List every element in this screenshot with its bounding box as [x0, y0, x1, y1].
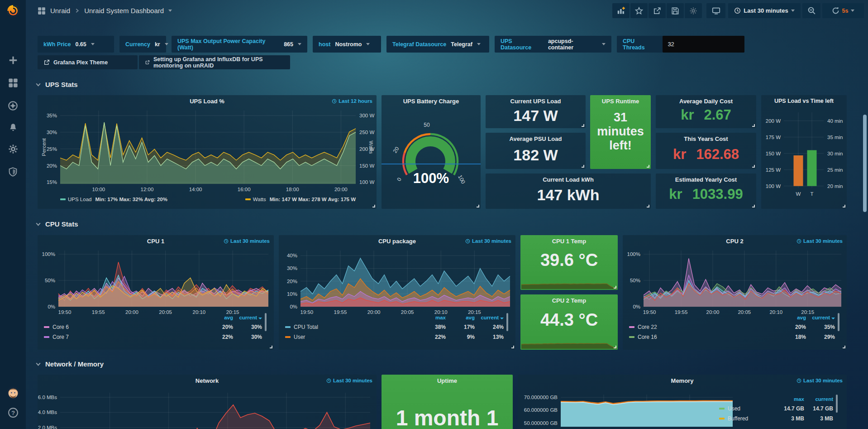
row-header-ups-stats[interactable]: UPS Stats	[35, 81, 78, 88]
legend-row: Core 722%30%	[44, 332, 262, 342]
panel-resize-handle[interactable]	[511, 346, 514, 348]
panel-title[interactable]: UPS Runtime	[590, 98, 651, 105]
explore-icon[interactable]	[0, 99, 26, 112]
add-panel-button[interactable]	[612, 3, 630, 18]
link-ups-monitoring-guide[interactable]: Setting up Grafana and InfluxDB for UPS …	[139, 55, 290, 69]
zoom-out-button[interactable]	[802, 3, 820, 18]
refresh-interval-label: 5s	[842, 8, 849, 14]
legend-col-current[interactable]: current	[804, 396, 833, 402]
panel-uptime: Uptime 1 month 1	[382, 375, 513, 429]
panel-resize-handle[interactable]	[752, 205, 755, 207]
panel-title[interactable]: Uptime	[382, 377, 513, 384]
legend-col-avg[interactable]: avg	[777, 315, 806, 320]
chevron-right-icon	[75, 8, 80, 13]
stat-value: 39.6 °C	[520, 251, 618, 270]
legend-series-name[interactable]: Used	[719, 405, 775, 412]
panel-title[interactable]: CPU 2 Temp	[520, 297, 618, 304]
legend-col-avg[interactable]: avg	[446, 315, 475, 320]
page-title[interactable]: Unraid System Dashboard	[84, 7, 164, 14]
grafana-logo-icon[interactable]	[0, 3, 26, 19]
legend-col-current[interactable]: current	[233, 315, 262, 320]
legend-series-name[interactable]: Core 22	[629, 324, 777, 330]
legend-series-name[interactable]: Buffered	[719, 415, 775, 422]
cpu-threads-input[interactable]: 32	[663, 36, 744, 53]
panel-title[interactable]: Average Daily Cost	[656, 98, 756, 105]
legend-col-current[interactable]: current	[806, 315, 835, 320]
server-admin-shield-icon[interactable]	[0, 165, 26, 178]
user-avatar[interactable]	[0, 385, 26, 400]
panel-resize-handle[interactable]	[843, 346, 845, 348]
save-button[interactable]	[667, 3, 684, 18]
chart-legend: avgcurrentCore 2220%35%Core 1618%29%	[629, 313, 835, 342]
add-icon[interactable]	[0, 53, 26, 67]
chart-legend: avgcurrentCore 620%30%Core 722%30%	[44, 313, 262, 342]
help-icon[interactable]: ?	[0, 406, 26, 419]
star-button[interactable]	[630, 3, 648, 18]
panel-resize-handle[interactable]	[582, 124, 584, 127]
variable-ups-max-output[interactable]: UPS Max Output Power Capacity (Watt)865	[172, 36, 307, 53]
panel-title[interactable]: Average PSU Load	[486, 135, 586, 142]
variable-kwh-price[interactable]: kWh Price0.65	[38, 36, 114, 53]
panel-current-ups-load: Current UPS Load 147 W	[486, 95, 586, 128]
panel-resize-handle[interactable]	[752, 165, 755, 168]
panel-resize-handle[interactable]	[752, 124, 755, 127]
panel-resize-handle[interactable]	[270, 346, 272, 348]
panel-title[interactable]: Current Load kWh	[486, 176, 651, 183]
panel-average-psu-load: Average PSU Load 182 W	[486, 133, 586, 169]
share-button[interactable]	[649, 3, 666, 18]
panel-resize-handle[interactable]	[647, 165, 649, 168]
time-range-label: Last 30 minutes	[744, 7, 788, 14]
panel-resize-handle[interactable]	[614, 346, 616, 348]
network-chart[interactable]: 6.0 MBs4.0 MBs2.0 MBs	[38, 375, 377, 429]
legend-item-ups-load[interactable]: UPS LoadMin: 17% Max: 32% Avg: 20%	[60, 197, 167, 202]
alerting-bell-icon[interactable]	[0, 121, 26, 134]
legend-col-max[interactable]: max	[775, 396, 804, 402]
panel-resize-handle[interactable]	[372, 205, 375, 207]
legend-col-current[interactable]: current	[475, 315, 504, 320]
chevron-down-icon	[35, 361, 41, 367]
legend-series-name[interactable]: CPU Total	[285, 324, 417, 330]
panel-title[interactable]: CPU 1 Temp	[520, 238, 618, 245]
ups-load-chart[interactable]: 35%30%25%20%15%300 W250 W200 W150 W100 W…	[38, 95, 377, 209]
breadcrumb-folder[interactable]: Unraid	[50, 7, 70, 14]
panel-title[interactable]: UPS Battery Charge	[382, 98, 481, 105]
dashboards-icon[interactable]	[0, 76, 26, 90]
stat-value: 182 W	[486, 146, 586, 164]
kiosk-tv-button[interactable]	[706, 3, 725, 18]
legend-series-name[interactable]: User	[285, 334, 417, 340]
time-range-picker[interactable]: Last 30 minutes	[728, 3, 801, 18]
legend-series-name[interactable]: Core 16	[629, 334, 777, 340]
page-scrollbar[interactable]	[863, 115, 867, 212]
legend-col-avg[interactable]: avg	[204, 315, 233, 320]
stat-value: kr162.68	[656, 146, 756, 163]
link-grafana-plex-theme[interactable]: Grafana Plex Theme	[38, 55, 138, 69]
legend-item-watts[interactable]: WattsMin: 147 W Max: 278 W Avg: 175 W	[245, 197, 356, 202]
row-header-cpu-stats[interactable]: CPU Stats	[35, 220, 78, 228]
chevron-down-icon[interactable]	[168, 10, 172, 12]
panel-resize-handle[interactable]	[647, 205, 649, 207]
legend-series-name[interactable]: Core 7	[44, 334, 204, 340]
legend-row: Core 1618%29%	[629, 332, 835, 342]
panel-resize-handle[interactable]	[614, 286, 616, 289]
variable-ups-datasource[interactable]: UPS Datasourceapcupsd-container	[495, 36, 611, 53]
panel-resize-handle[interactable]	[477, 205, 479, 207]
variable-host[interactable]: hostNostromo	[313, 36, 381, 53]
stat-value: kr1033.99	[656, 186, 756, 202]
panel-title[interactable]: This Years Cost	[656, 135, 756, 142]
stat-value: 147 W	[486, 107, 586, 125]
variable-currency[interactable]: Currencykr	[119, 36, 166, 53]
panel-title[interactable]: Current UPS Load	[486, 98, 586, 105]
row-header-network-memory[interactable]: Network / Memory	[35, 360, 104, 368]
dashboard-grid-icon[interactable]	[38, 7, 46, 15]
panel-resize-handle[interactable]	[843, 205, 845, 207]
refresh-button[interactable]: 5s	[822, 3, 864, 18]
panel-title[interactable]: Estimated Yearly Cost	[656, 176, 756, 183]
stat-value: 1 month 1	[382, 405, 513, 429]
settings-gear-icon[interactable]	[685, 3, 702, 18]
ups-bar-chart[interactable]: 200 W175 W150 W125 W100 W40 min35 min30 …	[761, 95, 847, 209]
legend-col-max[interactable]: max	[417, 315, 446, 320]
panel-resize-handle[interactable]	[582, 165, 584, 168]
configuration-gear-icon[interactable]	[0, 142, 26, 156]
variable-telegraf-datasource[interactable]: Telegraf DatasourceTelegraf	[386, 36, 489, 53]
legend-series-name[interactable]: Core 6	[44, 324, 204, 330]
